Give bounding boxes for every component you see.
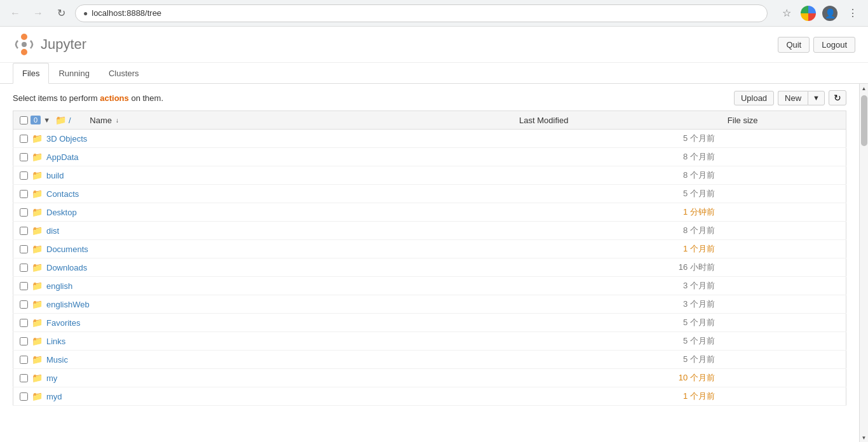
file-link-5[interactable]: dist [46,226,59,236]
th-modified[interactable]: Last Modified [513,111,721,130]
address-bar[interactable]: ● localhost:8888/tree [75,4,768,22]
table-row: 📁 Downloads 16 小时前 [13,258,846,277]
file-checkbox-7[interactable] [20,264,28,272]
file-link-2[interactable]: build [46,171,64,180]
file-checkbox-14[interactable] [20,392,28,401]
file-modified-5: 8 个月前 [513,222,721,240]
file-checkbox-1[interactable] [20,153,28,161]
new-button[interactable]: New [778,91,808,105]
back-button[interactable]: ← [6,4,24,22]
file-checkbox-0[interactable] [20,135,28,143]
file-size-9 [721,295,846,314]
folder-icon-0: 📁 [32,133,43,144]
file-size-11 [721,332,846,351]
file-modified-14: 1 个月前 [513,387,721,406]
file-size-13 [721,369,846,387]
scroll-up-button[interactable]: ▲ [860,85,868,93]
scroll-thumb[interactable] [861,95,867,146]
file-name-cell-4: 📁 Desktop [13,203,513,222]
jupyter-header: Jupyter Quit Logout [0,27,868,63]
file-size-14 [721,387,846,406]
col-name-label[interactable]: Name [90,116,112,125]
file-list-body: 📁 3D Objects 5 个月前 📁 AppData 8 个月前 [13,130,846,406]
file-size-6 [721,240,846,258]
file-checkbox-4[interactable] [20,208,28,217]
table-row: 📁 my 10 个月前 [13,369,846,387]
tab-running[interactable]: Running [49,63,98,84]
file-modified-6: 1 个月前 [513,240,721,258]
scrollbar: ▲ ▼ [859,84,868,442]
table-row: 📁 Favorites 5 个月前 [13,314,846,332]
file-checkbox-11[interactable] [20,337,28,345]
file-link-3[interactable]: Contacts [46,189,79,199]
select-all-checkbox[interactable] [20,116,28,124]
file-checkbox-10[interactable] [20,319,28,327]
file-link-8[interactable]: english [46,281,72,291]
th-size[interactable]: File size [721,111,846,130]
browser-chrome: ← → ↻ ● localhost:8888/tree ☆ 👤 ⋮ [0,0,868,27]
profile-button[interactable]: 👤 [821,4,839,22]
file-link-14[interactable]: myd [46,392,62,401]
chrome-toolbar-right: ☆ 👤 ⋮ [778,4,862,22]
file-checkbox-6[interactable] [20,245,28,253]
file-link-13[interactable]: my [46,373,57,383]
file-checkbox-9[interactable] [20,300,28,309]
file-size-5 [721,222,846,240]
file-name-cell-0: 📁 3D Objects [13,130,513,148]
main-panel: Select items to perform actions on them.… [0,84,859,412]
folder-icon-7: 📁 [32,262,43,272]
upload-button[interactable]: Upload [734,91,774,105]
scroll-track[interactable] [860,93,868,434]
file-size-12 [721,351,846,369]
new-dropdown-arrow[interactable]: ▼ [808,91,825,105]
file-link-4[interactable]: Desktop [46,208,77,217]
bookmark-button[interactable]: ☆ [778,4,796,22]
col-modified-label: Last Modified [519,116,568,125]
file-modified-10: 5 个月前 [513,314,721,332]
file-modified-3: 5 个月前 [513,185,721,203]
file-checkbox-12[interactable] [20,356,28,364]
folder-icon-9: 📁 [32,299,43,309]
url-text: localhost:8888/tree [92,8,161,18]
logout-button[interactable]: Logout [813,37,855,53]
file-checkbox-8[interactable] [20,282,28,290]
file-link-7[interactable]: Downloads [46,263,87,272]
quit-button[interactable]: Quit [778,37,810,53]
file-link-10[interactable]: Favorites [46,318,80,328]
jupyter-title: Jupyter [41,36,86,53]
tab-clusters[interactable]: Clusters [99,63,149,84]
file-link-0[interactable]: 3D Objects [46,134,87,144]
col-size-label: File size [728,116,758,125]
dropdown-toggle[interactable]: ▼ [43,116,50,124]
menu-button[interactable]: ⋮ [844,4,862,22]
refresh-button[interactable]: ↻ [829,90,846,105]
file-link-11[interactable]: Links [46,337,65,346]
th-name: 0 ▼ 📁 / Name ↓ [13,111,513,130]
table-row: 📁 Links 5 个月前 [13,332,846,351]
file-name-cell-5: 📁 dist [13,222,513,240]
file-checkbox-3[interactable] [20,190,28,198]
file-modified-4: 1 分钟前 [513,203,721,222]
tabs-bar: Files Running Clusters [0,63,868,84]
file-checkbox-2[interactable] [20,171,28,180]
file-modified-9: 3 个月前 [513,295,721,314]
tab-files[interactable]: Files [13,63,49,84]
file-name-cell-13: 📁 my [13,369,513,387]
svg-point-1 [21,49,27,55]
file-toolbar: Select items to perform actions on them.… [13,90,846,105]
file-checkbox-13[interactable] [20,374,28,382]
file-link-1[interactable]: AppData [46,152,79,162]
file-checkbox-5[interactable] [20,227,28,235]
file-name-cell-1: 📁 AppData [13,148,513,166]
reload-button[interactable]: ↻ [52,4,70,22]
file-modified-2: 8 个月前 [513,166,721,185]
file-link-9[interactable]: englishWeb [46,300,90,309]
file-link-6[interactable]: Documents [46,244,88,254]
file-modified-12: 5 个月前 [513,351,721,369]
forward-button[interactable]: → [29,4,47,22]
file-size-10 [721,314,846,332]
file-link-12[interactable]: Music [46,355,68,365]
scroll-down-button[interactable]: ▼ [860,434,868,442]
table-row: 📁 dist 8 个月前 [13,222,846,240]
folder-icon-5: 📁 [32,225,43,236]
